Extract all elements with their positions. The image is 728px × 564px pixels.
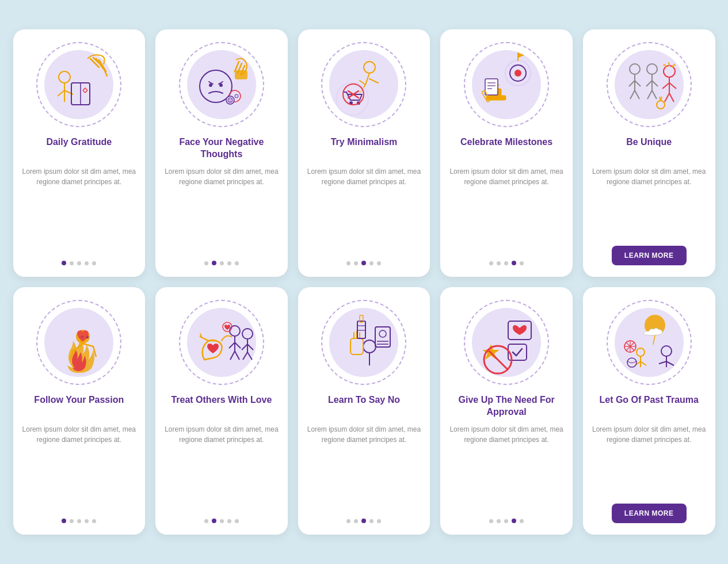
- svg-line-67: [243, 352, 247, 360]
- svg-line-54: [661, 97, 662, 101]
- learn-more-button-be-unique[interactable]: LEARN MORE: [612, 246, 687, 265]
- illustration-be-unique: [603, 39, 695, 131]
- dot-2: [212, 519, 216, 523]
- dot-3: [361, 519, 366, 523]
- dot-3: [77, 261, 81, 265]
- dot-1: [62, 519, 66, 523]
- card-title-daily-gratitude: Daily Gratitude: [46, 136, 112, 161]
- card-treat-others-love: Treat Others With Love Lorem ipsum dolor…: [155, 287, 288, 535]
- dot-5: [377, 519, 381, 523]
- card-let-go-trauma: Let Go Of Past Trauma Lorem ipsum dolor …: [583, 287, 715, 535]
- illustration-celebrate-milestones: [460, 39, 552, 131]
- svg-point-63: [242, 329, 253, 339]
- svg-line-60: [235, 342, 241, 348]
- svg-line-86: [488, 350, 508, 369]
- dots-celebrate-milestones: [489, 261, 524, 265]
- dot-3: [504, 261, 508, 265]
- svg-line-43: [652, 81, 658, 86]
- illustration-learn-say-no: [318, 296, 410, 388]
- svg-point-11: [226, 96, 234, 104]
- card-celebrate-milestones: Celebrate Milestones Lorem ipsum dolor s…: [440, 29, 573, 277]
- card-title-follow-passion: Follow Your Passion: [34, 394, 124, 418]
- dots-follow-passion: [62, 519, 96, 523]
- card-body-learn-say-no: Lorem ipsum dolor sit dim amet, mea regi…: [307, 424, 421, 510]
- svg-point-14: [231, 99, 232, 100]
- dot-1: [489, 519, 493, 523]
- svg-point-70: [363, 340, 376, 353]
- card-title-try-minimalism: Try Minimalism: [331, 136, 398, 161]
- card-body-let-go-trauma: Lorem ipsum dolor sit dim amet, mea regi…: [592, 424, 706, 496]
- card-title-be-unique: Be Unique: [626, 136, 672, 161]
- card-body-be-unique: Lorem ipsum dolor sit dim amet, mea regi…: [592, 166, 706, 238]
- svg-line-44: [647, 90, 652, 99]
- card-face-negative-thoughts: Face Your Negative Thoughts Lorem ipsum …: [155, 29, 288, 277]
- svg-line-39: [635, 90, 639, 99]
- dots-try-minimalism: [346, 261, 381, 265]
- dot-5: [92, 261, 96, 265]
- dot-4: [85, 519, 89, 523]
- svg-line-59: [229, 342, 235, 348]
- svg-line-49: [669, 83, 676, 89]
- dot-3: [77, 519, 81, 523]
- card-title-give-up-approval: Give Up The Need For Approval: [449, 394, 563, 418]
- svg-line-62: [235, 351, 239, 360]
- illustration-daily-gratitude: [33, 39, 125, 131]
- dots-learn-say-no: [346, 519, 381, 523]
- card-learn-say-no: Learn To Say No Lorem ipsum dolor sit di…: [298, 287, 430, 535]
- card-body-face-negative-thoughts: Lorem ipsum dolor sit dim amet, mea regi…: [165, 166, 279, 253]
- svg-point-0: [59, 71, 70, 83]
- dot-4: [369, 519, 373, 523]
- card-title-let-go-trauma: Let Go Of Past Trauma: [599, 394, 698, 418]
- dot-4: [227, 261, 231, 265]
- svg-point-52: [657, 101, 665, 109]
- svg-rect-79: [357, 321, 365, 338]
- svg-line-38: [630, 90, 635, 99]
- dot-5: [235, 519, 239, 523]
- dot-2: [497, 261, 501, 265]
- svg-point-10: [235, 94, 238, 98]
- illustration-let-go-trauma: [603, 296, 695, 388]
- svg-line-45: [652, 90, 657, 99]
- dot-5: [520, 519, 524, 523]
- svg-line-61: [230, 351, 235, 360]
- dots-face-negative-thoughts: [204, 261, 239, 265]
- svg-point-90: [636, 348, 645, 356]
- svg-point-8: [219, 83, 223, 87]
- card-follow-passion: ★★ Follow Your Passion Lorem ipsum dolor…: [13, 287, 146, 535]
- dot-3: [220, 261, 224, 265]
- svg-rect-71: [350, 338, 363, 355]
- card-title-treat-others-love: Treat Others With Love: [171, 394, 272, 418]
- dot-5: [377, 261, 381, 265]
- dot-1: [62, 261, 66, 265]
- svg-line-65: [242, 344, 247, 350]
- svg-line-2: [58, 90, 64, 96]
- dot-4: [512, 261, 516, 265]
- card-title-face-negative-thoughts: Face Your Negative Thoughts: [165, 136, 279, 161]
- illustration-treat-others-love: [176, 296, 268, 388]
- svg-point-89: [661, 346, 672, 356]
- learn-more-button-let-go-trauma[interactable]: LEARN MORE: [612, 504, 687, 523]
- svg-line-42: [646, 81, 652, 86]
- card-body-treat-others-love: Lorem ipsum dolor sit dim amet, mea regi…: [165, 424, 279, 510]
- dot-1: [346, 519, 350, 523]
- svg-line-68: [247, 352, 252, 360]
- dots-daily-gratitude: [62, 261, 96, 265]
- svg-point-13: [229, 99, 230, 100]
- dot-1: [204, 261, 208, 265]
- svg-rect-29: [485, 79, 498, 95]
- svg-rect-15: [235, 70, 247, 79]
- dot-4: [512, 519, 516, 523]
- illustration-give-up-approval: [460, 296, 552, 388]
- illustration-try-minimalism: [318, 39, 410, 131]
- illustration-follow-passion: ★★: [33, 296, 125, 388]
- dot-1: [489, 261, 493, 265]
- card-body-try-minimalism: Lorem ipsum dolor sit dim amet, mea regi…: [307, 166, 421, 253]
- dots-give-up-approval: [489, 519, 524, 523]
- dot-1: [204, 519, 208, 523]
- svg-point-17: [336, 83, 368, 115]
- dot-5: [520, 261, 524, 265]
- svg-line-48: [662, 83, 669, 89]
- dot-4: [227, 519, 231, 523]
- svg-point-46: [664, 66, 675, 77]
- dot-5: [92, 519, 96, 523]
